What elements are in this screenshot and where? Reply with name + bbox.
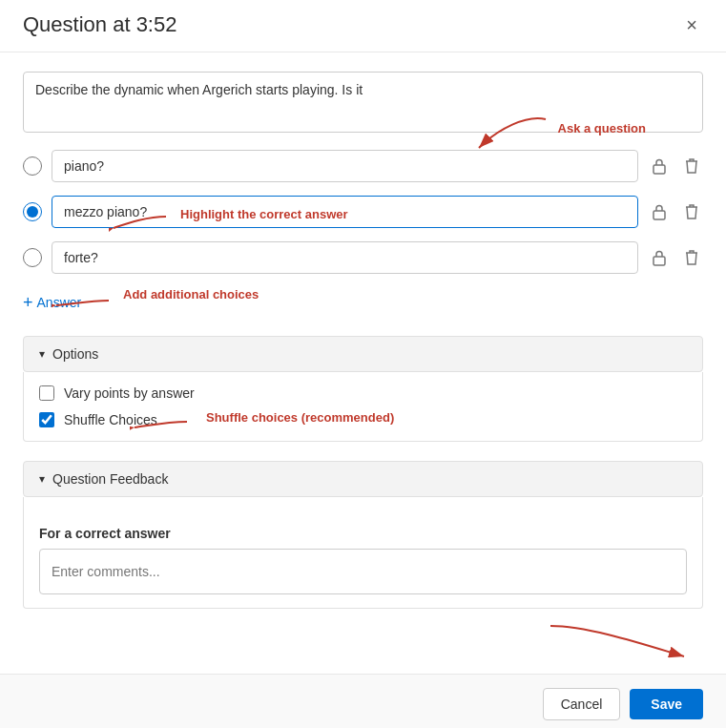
vary-points-label: Vary points by answer <box>64 385 195 401</box>
modal-title: Question at 3:52 <box>23 12 176 37</box>
options-label: Options <box>52 346 98 362</box>
answer-radio-3[interactable] <box>23 248 42 267</box>
feedback-label: Question Feedback <box>52 471 168 487</box>
add-additional-label: Add additional choices <box>123 287 259 302</box>
delete-button-2[interactable] <box>680 199 703 224</box>
highlight-correct-label: Highlight the correct answer <box>180 207 348 221</box>
plus-icon: + <box>23 293 33 313</box>
add-additional-annotation: Add additional choices <box>123 285 259 302</box>
svg-rect-1 <box>653 165 665 174</box>
shuffle-choices-row: Shuffle Choices Shu <box>39 412 687 427</box>
close-button[interactable]: × <box>680 12 703 38</box>
answer-input-3[interactable] <box>52 241 638 274</box>
add-answer-container: + Answer Add additi <box>23 289 703 317</box>
options-content: Vary points by answer Shuffle Choices <box>23 372 703 442</box>
lock-button-3[interactable] <box>648 245 671 270</box>
question-modal: Question at 3:52 × Describe the dynamic … <box>0 0 726 728</box>
question-section: Describe the dynamic when Argerich start… <box>23 72 703 136</box>
save-arrow-area <box>23 616 703 655</box>
options-section: ▾ Options Vary points by answer Shuffle … <box>23 336 703 442</box>
correct-feedback-input[interactable] <box>39 549 687 594</box>
modal-body: Describe the dynamic when Argerich start… <box>0 52 726 674</box>
modal-header: Question at 3:52 × <box>0 0 726 52</box>
answer-input-1[interactable] <box>52 150 638 182</box>
answer-row-1 <box>23 150 703 182</box>
delete-button-3[interactable] <box>680 245 703 270</box>
feedback-section: ▾ Question Feedback For a correct answer <box>23 461 703 609</box>
answers-container: Highlight the correct answer <box>23 150 703 317</box>
ask-question-label: Ask a question <box>558 121 646 135</box>
feedback-content: For a correct answer <box>23 497 703 609</box>
correct-answer-label: For a correct answer <box>39 526 687 541</box>
lock-button-2[interactable] <box>648 199 671 224</box>
answer-radio-1[interactable] <box>23 156 42 176</box>
options-chevron-icon: ▾ <box>39 347 45 361</box>
save-button[interactable]: Save <box>630 689 703 719</box>
answer-radio-2[interactable] <box>23 202 42 221</box>
svg-rect-4 <box>653 257 665 265</box>
lock-button-1[interactable] <box>648 154 671 178</box>
shuffle-annotation: Shuffle choices (recommended) <box>206 409 394 425</box>
ask-question-annotation: Ask a question <box>558 119 646 136</box>
highlight-correct-annotation: Highlight the correct answer <box>180 205 348 222</box>
answer-row-3 <box>23 241 703 274</box>
modal-footer: Cancel Save <box>0 674 726 729</box>
vary-points-row: Vary points by answer <box>39 385 687 401</box>
feedback-chevron-icon: ▾ <box>39 472 45 486</box>
shuffle-annotation-label: Shuffle choices (recommended) <box>206 410 394 425</box>
cancel-button[interactable]: Cancel <box>543 688 621 720</box>
shuffle-choices-checkbox[interactable] <box>39 412 54 427</box>
vary-points-checkbox[interactable] <box>39 385 54 401</box>
delete-button-1[interactable] <box>680 154 703 178</box>
feedback-header[interactable]: ▾ Question Feedback <box>23 461 703 497</box>
options-header[interactable]: ▾ Options <box>23 336 703 372</box>
svg-rect-2 <box>653 211 665 219</box>
